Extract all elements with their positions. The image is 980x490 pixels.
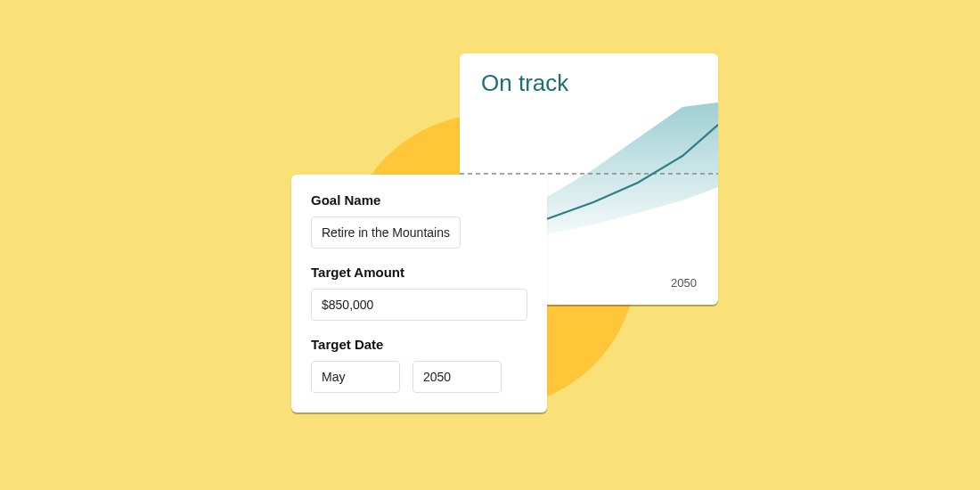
goal-name-input[interactable] — [311, 216, 461, 249]
target-year-input[interactable] — [412, 361, 502, 393]
target-month-input[interactable] — [311, 361, 400, 393]
target-date-row — [311, 361, 527, 393]
chart-x-end-label: 2050 — [671, 276, 697, 290]
goal-form-card: Goal Name Target Amount Target Date — [291, 175, 547, 412]
target-amount-input[interactable] — [311, 289, 527, 321]
status-title: On track — [460, 53, 718, 97]
goal-name-label: Goal Name — [311, 192, 527, 208]
target-date-label: Target Date — [311, 337, 527, 352]
target-amount-label: Target Amount — [311, 265, 527, 280]
